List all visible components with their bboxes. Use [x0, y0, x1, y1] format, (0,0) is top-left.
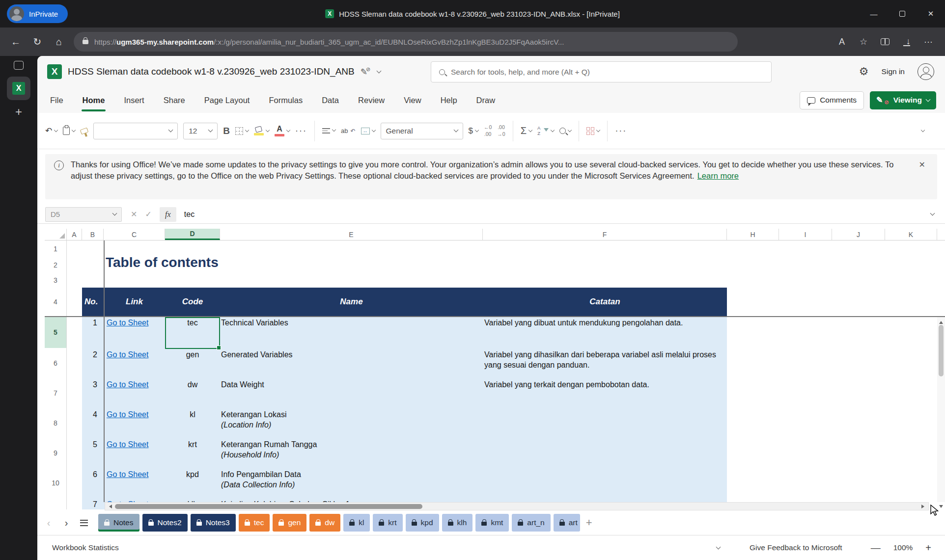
more-font-options-button[interactable]: ··· [295, 126, 307, 136]
row-header-3[interactable]: 3 [45, 273, 67, 288]
cell[interactable] [67, 378, 82, 408]
row-header-6[interactable]: 6 [45, 348, 67, 378]
sheet-nav-right-icon[interactable]: › [59, 515, 74, 530]
format-painter-button[interactable] [81, 129, 88, 133]
merge-cells-button[interactable]: ↔ [361, 128, 375, 134]
sheet-tab-art[interactable]: art [554, 514, 580, 532]
active-tab-excel[interactable]: X [7, 77, 30, 100]
go-to-sheet-link[interactable]: Go to Sheet [107, 470, 148, 479]
title-chevron-icon[interactable] [377, 68, 382, 73]
cell-code[interactable]: dw [165, 378, 220, 408]
comments-button[interactable]: Comments [800, 91, 864, 109]
align-button[interactable] [322, 128, 335, 133]
sheet-tab-kl[interactable]: kl [343, 514, 370, 532]
cell-no[interactable]: 3 [82, 378, 104, 408]
horizontal-scroll-thumb[interactable] [115, 504, 422, 509]
zoom-in-button[interactable]: + [925, 542, 931, 554]
name-box[interactable]: D5 [45, 207, 122, 222]
site-lock-icon[interactable] [83, 40, 88, 44]
go-to-sheet-link[interactable]: Go to Sheet [107, 319, 148, 327]
cell-no[interactable]: 6 [82, 468, 104, 498]
zoom-level[interactable]: 100% [893, 543, 913, 552]
cell-note[interactable] [483, 438, 727, 468]
header-cell-note[interactable]: Catatan [483, 288, 727, 316]
cell-name[interactable]: Data Weight [220, 378, 483, 408]
column-header-h[interactable]: H [727, 229, 779, 240]
tab-draw[interactable]: Draw [475, 94, 497, 107]
bold-button[interactable]: B [223, 126, 230, 136]
cell-name[interactable]: Info Pengambilan Data(Data Collection In… [220, 468, 483, 498]
cell-note[interactable]: Variabel yang dibuat untuk mendukung pen… [483, 316, 727, 348]
column-header-j[interactable]: J [832, 229, 885, 240]
cell[interactable] [67, 498, 82, 509]
cell-code[interactable]: kl [165, 408, 220, 438]
autosum-button[interactable]: Σ [521, 125, 532, 136]
cell-no[interactable]: 5 [82, 438, 104, 468]
vertical-scroll-thumb[interactable] [939, 325, 944, 376]
viewing-mode-button[interactable]: ✎ ⊘ Viewing [870, 91, 936, 109]
column-header-a[interactable]: A [67, 229, 82, 240]
tab-insert[interactable]: Insert [123, 94, 145, 107]
column-header-b[interactable]: B [82, 229, 104, 240]
split-screen-icon[interactable] [874, 32, 896, 52]
sheet-tab-notes[interactable]: Notes [98, 514, 139, 532]
tab-page-layout[interactable]: Page Layout [203, 94, 251, 107]
row-header-4[interactable]: 4 [45, 288, 67, 316]
wrap-text-button[interactable]: ab↶ [341, 127, 356, 134]
row-header-9[interactable]: 9 [45, 438, 67, 468]
paste-button[interactable] [63, 127, 75, 135]
cell-code[interactable]: gen [165, 348, 220, 378]
horizontal-scrollbar[interactable] [105, 502, 929, 510]
find-button[interactable] [559, 128, 571, 134]
cell-note[interactable]: Variabel yang terkait dengan pembobotan … [483, 378, 727, 408]
url-text[interactable]: https://ugm365-my.sharepoint.com/:x:/g/p… [94, 38, 564, 46]
font-name-select[interactable] [93, 123, 178, 139]
undo-button[interactable]: ↶ [45, 126, 57, 136]
sheet-tab-dw[interactable]: dw [309, 514, 340, 532]
refresh-button[interactable]: ↻ [28, 32, 47, 52]
sheet-tab-art-n[interactable]: art_n [512, 514, 550, 532]
learn-more-link[interactable]: Learn more [697, 171, 739, 180]
cell-no[interactable]: 2 [82, 348, 104, 378]
confirm-entry-icon[interactable]: ✓ [145, 210, 151, 219]
home-button[interactable]: ⌂ [49, 32, 69, 52]
address-bar[interactable]: https://ugm365-my.sharepoint.com/:x:/g/p… [74, 32, 738, 52]
column-header-k[interactable]: K [885, 229, 937, 240]
cell-name[interactable]: Generated Variables [220, 348, 483, 378]
header-cell-name[interactable]: Name [220, 288, 483, 316]
collapse-pane-chevron-icon[interactable] [716, 544, 721, 549]
cell[interactable] [67, 408, 82, 438]
back-button[interactable]: ← [6, 32, 26, 52]
header-cell-no[interactable]: No. [82, 288, 104, 316]
add-sheet-button[interactable]: + [586, 516, 592, 529]
column-header-d[interactable]: D [165, 229, 220, 240]
column-header-f[interactable]: F [483, 229, 727, 240]
search-input[interactable]: Search for tools, help, and more (Alt + … [431, 61, 772, 82]
column-header-e[interactable]: E [220, 229, 483, 240]
favorites-star-icon[interactable]: ☆ [853, 32, 874, 52]
maximize-button[interactable] [888, 0, 917, 27]
browser-tab[interactable]: X HDSS Sleman data codebook w1-8 v.23092… [325, 9, 620, 18]
scroll-up-arrow[interactable] [939, 319, 943, 324]
settings-gear-icon[interactable]: ⚙ [859, 65, 869, 78]
sheet-tab-kpd[interactable]: kpd [406, 514, 439, 532]
cell-code[interactable]: kpd [165, 468, 220, 498]
increase-decimal-button[interactable]: .00→0 [497, 124, 505, 137]
cell-name[interactable]: Technical Variables [220, 316, 483, 348]
close-button[interactable]: ✕ [917, 0, 945, 27]
tab-share[interactable]: Share [163, 94, 186, 107]
cell[interactable] [67, 316, 82, 348]
cell-link[interactable]: Go to Sheet [104, 316, 165, 348]
tab-view[interactable]: View [403, 94, 422, 107]
tab-review[interactable]: Review [357, 94, 386, 107]
go-to-sheet-link[interactable]: Go to Sheet [107, 410, 148, 419]
cell-a4[interactable] [67, 288, 82, 316]
go-to-sheet-link[interactable]: Go to Sheet [107, 350, 148, 359]
cell-link[interactable]: Go to Sheet [104, 468, 165, 498]
cell-link[interactable]: Go to Sheet [104, 378, 165, 408]
tab-file[interactable]: File [49, 94, 64, 107]
document-title[interactable]: HDSS Sleman data codebook w1-8 v.230926_… [68, 66, 355, 77]
fill-color-button[interactable] [254, 127, 269, 135]
cell-code[interactable]: krt [165, 438, 220, 468]
row-header-8[interactable]: 8 [45, 408, 67, 438]
